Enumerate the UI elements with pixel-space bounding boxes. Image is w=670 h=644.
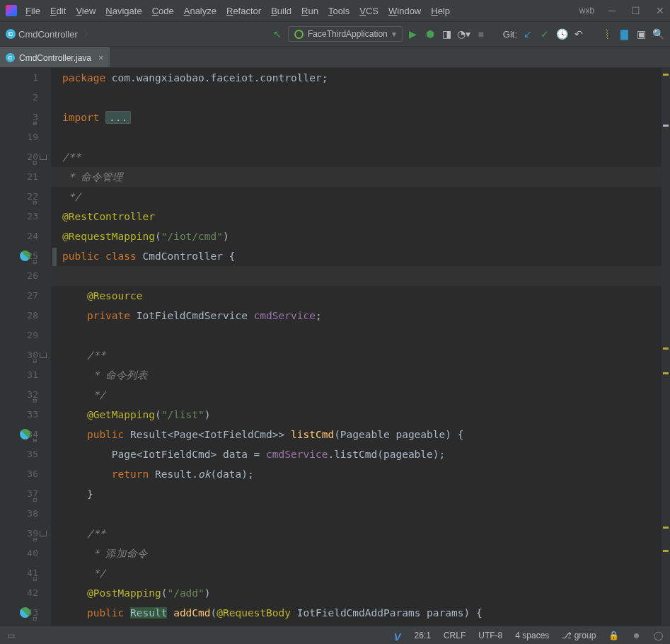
close-icon[interactable]: ✕ bbox=[656, 5, 664, 16]
breadcrumb-text: CmdController bbox=[18, 29, 78, 40]
structure-icon[interactable]: ▣ bbox=[635, 28, 647, 40]
menu-view[interactable]: View bbox=[76, 6, 96, 16]
memory-icon[interactable]: ◯ bbox=[654, 631, 663, 640]
gutter[interactable]: 123⊞1920⊟2122⊟232425⊟2627282930⊟3132⊟333… bbox=[0, 68, 51, 626]
file-encoding[interactable]: UTF-8 bbox=[478, 631, 502, 640]
title-bar: FileEditViewNavigateCodeAnalyzeRefactorB… bbox=[0, 0, 670, 21]
cursor-position[interactable]: 26:1 bbox=[415, 631, 431, 640]
git-branch[interactable]: ⎇ group bbox=[562, 631, 596, 640]
code-with-me-icon[interactable]: ⦚ bbox=[601, 28, 613, 40]
folder-icon[interactable]: ▇ bbox=[618, 28, 630, 40]
git-commit-icon[interactable]: ✓ bbox=[538, 28, 551, 40]
menu-build[interactable]: Build bbox=[271, 6, 291, 16]
profile-icon[interactable]: ◔▾ bbox=[458, 28, 470, 40]
menu-file[interactable]: File bbox=[25, 6, 40, 16]
git-label: Git: bbox=[503, 29, 517, 40]
menu-run[interactable]: Run bbox=[301, 6, 318, 16]
menu-window[interactable]: Window bbox=[388, 6, 421, 16]
menu-analyze[interactable]: Analyze bbox=[184, 6, 216, 16]
debug-icon[interactable]: ⬢ bbox=[424, 28, 437, 40]
app-logo-icon bbox=[6, 5, 17, 16]
coverage-icon[interactable]: ◨ bbox=[441, 28, 454, 40]
run-configuration[interactable]: FaceThirdApplication ▾ bbox=[288, 26, 403, 42]
tab-label: CmdController.java bbox=[19, 53, 91, 63]
project-name: wxb bbox=[579, 6, 594, 16]
toolbar: C CmdController 〉 ↖ FaceThirdApplication… bbox=[0, 21, 670, 47]
stop-icon[interactable]: ■ bbox=[475, 28, 487, 40]
menu-tools[interactable]: Tools bbox=[328, 6, 350, 16]
editor-tabs: C CmdController.java × bbox=[0, 47, 670, 68]
menu-refactor[interactable]: Refactor bbox=[226, 6, 261, 16]
menu-edit[interactable]: Edit bbox=[50, 6, 66, 16]
breadcrumb[interactable]: C CmdController 〉 bbox=[6, 28, 96, 40]
code-area[interactable]: package com.wangxiaobao.faceiot.controll… bbox=[51, 68, 662, 626]
spring-icon bbox=[294, 30, 304, 39]
class-icon: C bbox=[6, 53, 15, 62]
close-tab-icon[interactable]: × bbox=[98, 52, 104, 63]
maximize-icon[interactable]: ☐ bbox=[631, 5, 640, 16]
run-icon[interactable]: ▶ bbox=[407, 28, 420, 40]
class-icon: C bbox=[6, 29, 16, 39]
build-icon[interactable]: ↖ bbox=[271, 28, 284, 40]
vim-icon[interactable]: V bbox=[394, 631, 402, 640]
hector-icon[interactable]: ☻ bbox=[632, 631, 641, 640]
marker-stripe[interactable] bbox=[662, 68, 670, 626]
line-separator[interactable]: CRLF bbox=[444, 631, 466, 640]
menu-navigate[interactable]: Navigate bbox=[105, 6, 141, 16]
indent-setting[interactable]: 4 spaces bbox=[515, 631, 549, 640]
minimize-icon[interactable]: ─ bbox=[608, 5, 616, 16]
git-revert-icon[interactable]: ↶ bbox=[572, 28, 585, 40]
git-update-icon[interactable]: ↙ bbox=[521, 28, 534, 40]
status-bar: ▭ V 26:1 CRLF UTF-8 4 spaces ⎇ group 🔒 ☻… bbox=[0, 626, 670, 644]
menu-help[interactable]: Help bbox=[431, 6, 450, 16]
lock-icon[interactable]: 🔒 bbox=[608, 631, 619, 640]
main-menu: FileEditViewNavigateCodeAnalyzeRefactorB… bbox=[25, 6, 450, 16]
git-history-icon[interactable]: 🕓 bbox=[555, 28, 568, 40]
editor: 123⊞1920⊟2122⊟232425⊟2627282930⊟3132⊟333… bbox=[0, 68, 670, 626]
menu-vcs[interactable]: VCS bbox=[359, 6, 379, 16]
tool-window-icon[interactable]: ▭ bbox=[7, 631, 15, 640]
menu-code[interactable]: Code bbox=[152, 6, 174, 16]
run-config-name: FaceThirdApplication bbox=[308, 29, 388, 39]
search-icon[interactable]: 🔍 bbox=[652, 28, 664, 40]
tab-cmdcontroller[interactable]: C CmdController.java × bbox=[0, 47, 110, 67]
